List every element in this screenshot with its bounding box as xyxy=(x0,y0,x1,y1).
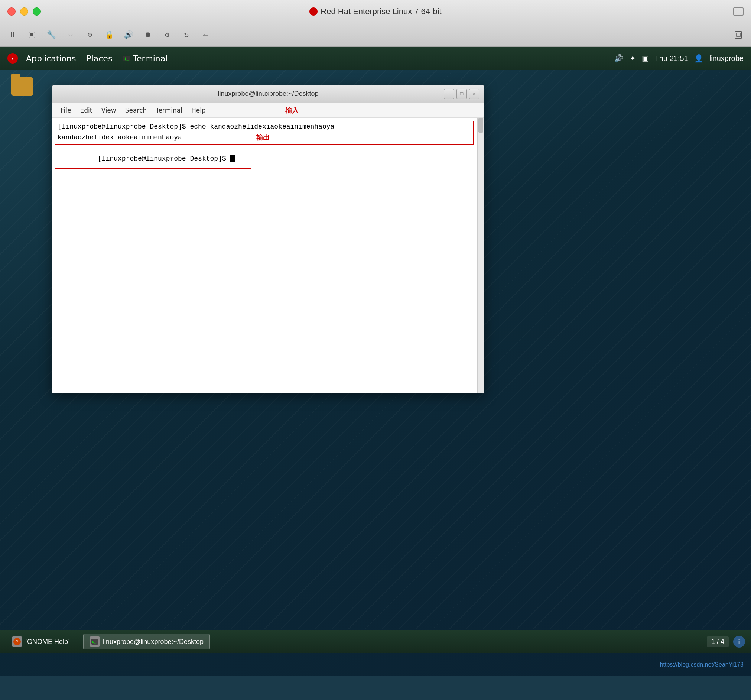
taskbar-gnome-help[interactable]: ? [GNOME Help] xyxy=(6,634,76,649)
menu-file[interactable]: File xyxy=(57,105,75,116)
browser-title: Red Hat Enterprise Linux 7 64-bit xyxy=(309,7,441,16)
svg-text:$_: $_ xyxy=(92,640,96,644)
url-bar: https://blog.csdn.net/SeanYi178 xyxy=(652,653,751,676)
info-icon[interactable]: i xyxy=(733,636,745,647)
gnome-help-label: [GNOME Help] xyxy=(25,638,70,646)
applications-menu[interactable]: Applications xyxy=(21,52,81,65)
places-menu[interactable]: Places xyxy=(81,52,117,65)
desktop: linuxprobe@linuxprobe:~/Desktop — □ ✕ Fi… xyxy=(0,70,751,629)
gnome-panel: ♦ Applications Places $_ Terminal 🔊 ✦ ▣ … xyxy=(0,47,751,70)
panel-username: linuxprobe xyxy=(709,54,743,63)
terminal-window-buttons: — □ ✕ xyxy=(444,89,479,99)
terminal-window: linuxprobe@linuxprobe:~/Desktop — □ ✕ Fi… xyxy=(52,85,484,393)
terminal-minimize-btn[interactable]: — xyxy=(444,89,454,99)
menu-view[interactable]: View xyxy=(97,105,120,116)
desktop-folder[interactable] xyxy=(11,77,33,99)
screen-icon[interactable]: ▣ xyxy=(642,54,649,63)
svg-text:?: ? xyxy=(16,639,18,644)
rhel-icon xyxy=(309,8,318,15)
capture-btn[interactable]: ⊙ xyxy=(83,28,97,42)
terminal-window-title: linuxprobe@linuxprobe:~/Desktop xyxy=(218,90,319,98)
svg-rect-1 xyxy=(31,33,33,36)
browser-chrome: Red Hat Enterprise Linux 7 64-bit ⏸ 🔧 ↔ … xyxy=(0,0,751,47)
refresh-btn[interactable]: ↻ xyxy=(180,28,193,42)
scrollbar-thumb[interactable] xyxy=(478,118,483,133)
dot-btn[interactable]: ⏺ xyxy=(141,28,155,42)
browser-maximize-btn[interactable] xyxy=(733,8,743,15)
taskbar-right: 1 / 4 i xyxy=(707,636,745,647)
fullscreen-btn[interactable] xyxy=(732,28,745,42)
folder-icon xyxy=(11,77,33,96)
close-button[interactable] xyxy=(8,8,15,15)
svg-rect-2 xyxy=(735,32,742,38)
terminal-menubar: File Edit View Search Terminal Help 输入 xyxy=(53,103,484,118)
outer-frame: Red Hat Enterprise Linux 7 64-bit ⏸ 🔧 ↔ … xyxy=(0,0,751,676)
command-line-1: [linuxprobe@linuxprobe Desktop]$ echo ka… xyxy=(57,121,479,132)
settings-btn[interactable]: 🔧 xyxy=(45,28,58,42)
arrow-btn[interactable]: ⟵ xyxy=(199,28,212,42)
pager[interactable]: 1 / 4 xyxy=(707,637,729,647)
pause-btn[interactable]: ⏸ xyxy=(6,28,19,42)
traffic-lights xyxy=(8,8,41,15)
prompt-line: [linuxprobe@linuxprobe Desktop]$ xyxy=(57,143,479,175)
annotation-input-label: 输入 xyxy=(285,106,298,115)
browser-toolbar: ⏸ 🔧 ↔ ⊙ 🔒 🔊 ⏺ ⚙ ↻ ⟵ xyxy=(0,23,751,47)
usb-btn[interactable]: ⚙ xyxy=(161,28,174,42)
taskbar: ? [GNOME Help] $_ linuxprobe@linuxprobe:… xyxy=(0,630,751,653)
taskbar-terminal-label: linuxprobe@linuxprobe:~/Desktop xyxy=(103,638,204,646)
terminal-cursor xyxy=(230,155,235,163)
menu-terminal[interactable]: Terminal xyxy=(152,105,186,116)
volume-panel-icon[interactable]: 🔊 xyxy=(614,54,624,63)
maximize-button[interactable] xyxy=(33,8,41,15)
output-line-container: kandaozhelidexiaokeainimenhaoya 输出 xyxy=(57,132,479,143)
terminal-close-btn[interactable]: ✕ xyxy=(469,89,479,99)
menu-edit[interactable]: Edit xyxy=(76,105,96,116)
browser-title-text: Red Hat Enterprise Linux 7 64-bit xyxy=(320,7,441,16)
user-icon[interactable]: 👤 xyxy=(694,54,703,63)
taskbar-terminal-icon: $_ xyxy=(90,637,100,647)
swap-btn[interactable]: ↔ xyxy=(64,28,77,42)
gnome-help-icon: ? xyxy=(12,637,22,647)
lock-btn[interactable]: 🔒 xyxy=(102,28,116,42)
browser-titlebar: Red Hat Enterprise Linux 7 64-bit xyxy=(0,0,751,23)
annotation-output-label: 输出 xyxy=(256,133,270,142)
panel-time: Thu 21:51 xyxy=(655,54,688,63)
minimize-button[interactable] xyxy=(20,8,28,15)
terminal-scrollbar[interactable] xyxy=(477,118,484,393)
menu-search[interactable]: Search xyxy=(122,105,150,116)
taskbar-terminal[interactable]: $_ linuxprobe@linuxprobe:~/Desktop xyxy=(83,634,210,649)
terminal-content[interactable]: [linuxprobe@linuxprobe Desktop]$ echo ka… xyxy=(53,118,484,393)
terminal-menu[interactable]: $_ Terminal xyxy=(117,52,173,65)
svg-text:$_: $_ xyxy=(124,57,128,60)
terminal-maximize-btn[interactable]: □ xyxy=(456,89,467,99)
svg-text:♦: ♦ xyxy=(11,56,13,60)
gnome-logo: ♦ xyxy=(8,53,18,63)
svg-rect-3 xyxy=(737,33,740,37)
url-text: https://blog.csdn.net/SeanYi178 xyxy=(660,661,743,668)
record-btn[interactable] xyxy=(25,28,39,42)
menu-help[interactable]: Help xyxy=(188,105,210,116)
terminal-titlebar: linuxprobe@linuxprobe:~/Desktop — □ ✕ xyxy=(53,85,484,103)
panel-right: 🔊 ✦ ▣ Thu 21:51 👤 linuxprobe xyxy=(614,54,743,63)
volume-btn[interactable]: 🔊 xyxy=(122,28,135,42)
bluetooth-icon[interactable]: ✦ xyxy=(629,54,636,63)
